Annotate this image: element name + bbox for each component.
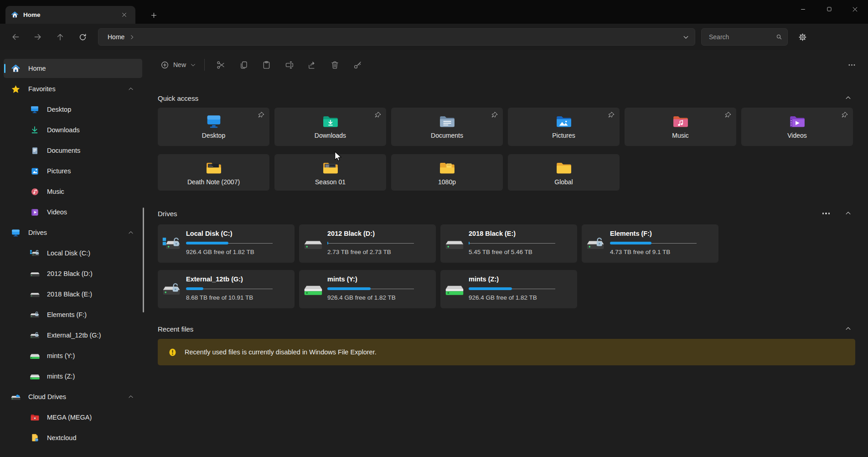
system-drive-bitlocker-icon — [158, 224, 186, 263]
drive-name: Local Disk (C:) — [186, 230, 273, 237]
sidebar-item-label: mints (Z:) — [47, 373, 75, 380]
sidebar-item-mints-y[interactable]: mints (Y:) — [4, 346, 142, 365]
back-button[interactable] — [6, 29, 25, 45]
downloads-folder-icon — [322, 112, 339, 131]
tile-pictures[interactable]: Pictures — [508, 108, 620, 146]
mega-folder-icon: M — [29, 413, 40, 421]
tile-1080p[interactable]: 1080p — [391, 154, 503, 191]
sidebar-item-local-disk-c[interactable]: Local Disk (C:) — [4, 244, 142, 263]
sidebar-item-mints-z[interactable]: mints (Z:) — [4, 367, 142, 386]
collapse-chevron-icon[interactable] — [845, 94, 852, 101]
rename-button[interactable] — [280, 57, 298, 73]
sidebar-item-pictures[interactable]: Pictures — [4, 161, 142, 181]
drive-tile-mints-y[interactable]: mints (Y:) 926.4 GB free of 1.82 TB — [299, 270, 436, 308]
drives-more-button[interactable] — [822, 210, 830, 217]
selection-indicator — [4, 64, 5, 73]
drive-tile-mints-z[interactable]: mints (Z:) 926.4 GB free of 1.82 TB — [440, 270, 577, 308]
sidebar-item-desktop[interactable]: Desktop — [4, 100, 142, 119]
new-tab-button[interactable] — [147, 8, 160, 22]
refresh-button[interactable] — [73, 29, 92, 45]
sidebar-item-label: 2018 Black (E:) — [47, 291, 92, 298]
drive-tile-2012-black-d[interactable]: 2012 Black (D:) 2.73 TB free of 2.73 TB — [299, 224, 436, 263]
sidebar-item-music[interactable]: Music — [4, 182, 142, 201]
sidebar-item-external-12tb-g[interactable]: External_12tb (G:) — [4, 326, 142, 345]
share-button[interactable] — [303, 57, 321, 73]
drive-capacity: 2.73 TB free of 2.73 TB — [327, 249, 414, 255]
copy-button[interactable] — [234, 57, 253, 73]
tab-home[interactable]: Home — [5, 6, 135, 24]
sidebar-scrollbar[interactable] — [143, 208, 144, 312]
chevron-up-icon[interactable] — [128, 229, 134, 236]
desktop-folder-icon — [206, 112, 222, 131]
forward-button[interactable] — [29, 29, 47, 45]
sidebar-item-cloud-drives[interactable]: Cloud Drives — [4, 387, 142, 406]
toolbar-more-button[interactable] — [843, 57, 860, 73]
pictures-folder-icon — [555, 112, 573, 131]
sidebar-item-documents[interactable]: Documents — [4, 141, 142, 160]
sidebar-item-elements-f[interactable]: Elements (F:) — [4, 305, 142, 324]
sidebar-item-mega[interactable]: M MEGA (MEGA) — [4, 408, 142, 427]
sidebar-item-label: Favorites — [28, 85, 56, 93]
address-bar[interactable]: Home — [98, 28, 695, 46]
sidebar-item-favorites[interactable]: Favorites — [4, 79, 142, 99]
drive-tile-external-12tb-g[interactable]: External_12tb (G:) 8.68 TB free of 10.91… — [158, 270, 294, 308]
drive-icon — [29, 270, 40, 278]
drive-tile-elements-f[interactable]: Elements (F:) 4.73 TB free of 9.1 TB — [582, 224, 718, 263]
drive-name: mints (Z:) — [469, 275, 555, 283]
sidebar-item-label: Nextcloud — [47, 434, 76, 441]
chevron-down-icon[interactable] — [682, 34, 689, 41]
maximize-button[interactable] — [816, 0, 842, 18]
new-button[interactable]: New — [156, 57, 201, 73]
collapse-chevron-icon[interactable] — [845, 210, 852, 217]
settings-button[interactable] — [793, 29, 811, 45]
tile-downloads[interactable]: Downloads — [274, 108, 386, 146]
minimize-button[interactable] — [790, 0, 816, 18]
close-window-button[interactable] — [842, 0, 868, 18]
svg-text:M: M — [34, 417, 36, 420]
tab-close-button[interactable] — [118, 9, 130, 21]
paste-button[interactable] — [257, 57, 275, 73]
search-box[interactable] — [701, 28, 788, 46]
search-icon[interactable] — [775, 33, 783, 41]
collapse-chevron-icon[interactable] — [845, 325, 852, 332]
tile-desktop[interactable]: Desktop — [158, 108, 269, 146]
sidebar-item-downloads[interactable]: Downloads — [4, 120, 142, 140]
properties-button[interactable] — [348, 57, 367, 73]
music-folder-icon — [672, 112, 689, 131]
drive-info: 2012 Black (D:) 2.73 TB free of 2.73 TB — [327, 224, 414, 263]
sidebar-item-videos[interactable]: Videos — [4, 203, 142, 222]
drive-tile-2018-black-e[interactable]: 2018 Black (E:) 5.45 TB free of 5.46 TB — [440, 224, 577, 263]
sidebar-item-label: Home — [28, 65, 46, 72]
tile-documents[interactable]: Documents — [391, 108, 503, 146]
tile-death-note[interactable]: Death Note (2007) — [158, 154, 269, 191]
gear-icon — [798, 33, 807, 42]
drive-info: External_12tb (G:) 8.68 TB free of 10.91… — [186, 270, 273, 308]
pictures-icon — [29, 167, 40, 176]
breadcrumb[interactable]: Home — [108, 33, 124, 41]
delete-button[interactable] — [326, 57, 344, 73]
search-input[interactable] — [708, 33, 775, 41]
new-button-label: New — [173, 61, 186, 68]
drive-tile-local-disk-c[interactable]: Local Disk (C:) 926.4 GB free of 1.82 TB — [158, 224, 294, 263]
drive-usage-bar — [469, 242, 555, 244]
tile-season-01[interactable]: Season 01 — [274, 154, 386, 191]
drive-linux-icon — [29, 352, 40, 360]
tile-music[interactable]: Music — [625, 108, 736, 146]
star-icon — [10, 84, 21, 94]
tile-videos[interactable]: Videos — [741, 108, 853, 146]
tile-global[interactable]: Global — [508, 154, 620, 191]
sidebar-item-drives[interactable]: Drives — [4, 223, 142, 242]
chevron-up-icon[interactable] — [128, 394, 134, 400]
sidebar-item-2012-black-d[interactable]: 2012 Black (D:) — [4, 264, 142, 283]
tile-label: Season 01 — [315, 178, 346, 186]
up-button[interactable] — [51, 29, 69, 45]
drive-capacity: 4.73 TB free of 9.1 TB — [610, 249, 697, 255]
sidebar-item-nextcloud[interactable]: Nextcloud — [4, 428, 142, 447]
chevron-up-icon[interactable] — [128, 86, 134, 92]
drive-linux-icon — [29, 372, 40, 380]
drive-capacity: 926.4 GB free of 1.82 TB — [469, 294, 555, 301]
cut-button[interactable] — [212, 57, 230, 73]
sidebar-item-2018-black-e[interactable]: 2018 Black (E:) — [4, 285, 142, 304]
tile-label: Music — [672, 132, 689, 139]
sidebar-item-home[interactable]: Home — [4, 59, 142, 78]
